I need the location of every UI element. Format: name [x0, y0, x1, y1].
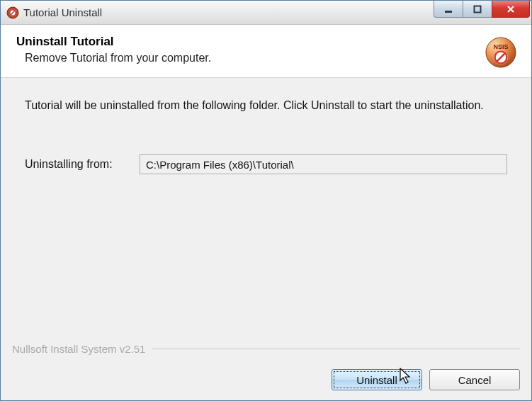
- svg-text:NSIS: NSIS: [493, 43, 508, 50]
- uninstall-button[interactable]: Uninstall: [332, 369, 422, 390]
- app-icon: [6, 6, 19, 19]
- uninstall-path-field[interactable]: [140, 154, 507, 174]
- description-text: Tutorial will be uninstalled from the fo…: [25, 99, 507, 112]
- uninstaller-window: Tutorial Uninstall Uninstall Tutorial Re…: [0, 0, 532, 401]
- maximize-button[interactable]: [463, 1, 492, 18]
- svg-rect-5: [475, 6, 481, 12]
- minimize-button[interactable]: [434, 1, 463, 18]
- window-controls: [434, 1, 531, 24]
- window-title: Tutorial Uninstall: [23, 6, 434, 18]
- divider: [152, 349, 520, 349]
- titlebar[interactable]: Tutorial Uninstall: [1, 1, 531, 25]
- button-row: Uninstall Cancel: [332, 369, 520, 390]
- path-row: Uninstalling from:: [25, 154, 507, 174]
- page-title: Uninstall Tutorial: [16, 35, 477, 49]
- close-icon: [506, 4, 516, 14]
- content-area: Tutorial will be uninstalled from the fo…: [1, 78, 531, 400]
- path-label: Uninstalling from:: [25, 158, 140, 171]
- header-panel: Uninstall Tutorial Remove Tutorial from …: [1, 25, 531, 78]
- page-subtitle: Remove Tutorial from your computer.: [16, 52, 477, 64]
- uninstall-icon: NSIS: [485, 36, 517, 69]
- brand-footer: Nullsoft Install System v2.51: [12, 343, 520, 355]
- maximize-icon: [473, 5, 482, 13]
- header-text: Uninstall Tutorial Remove Tutorial from …: [16, 35, 477, 64]
- minimize-icon: [444, 5, 453, 13]
- svg-rect-4: [445, 11, 452, 13]
- cancel-button[interactable]: Cancel: [429, 369, 520, 390]
- brand-text: Nullsoft Install System v2.51: [12, 343, 145, 355]
- close-button[interactable]: [492, 1, 530, 18]
